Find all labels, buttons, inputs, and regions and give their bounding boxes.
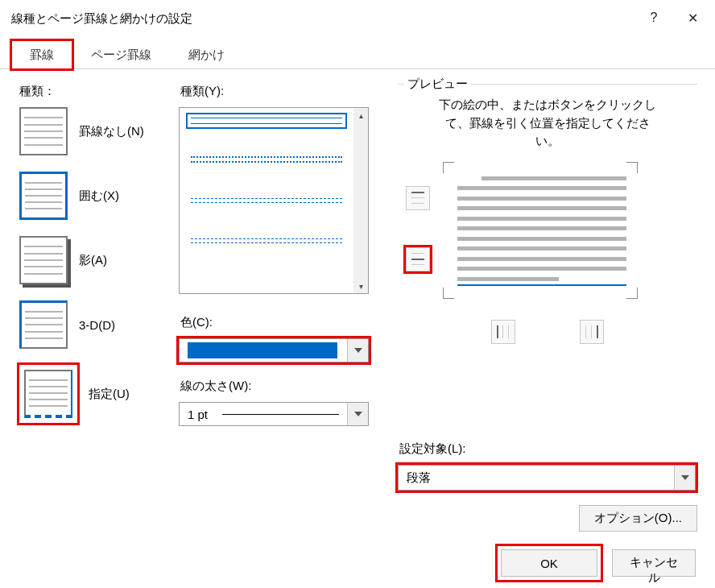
dialog-body: 種類： 罫線なし(N) 囲む(X) 影(A) 3-D(D) bbox=[0, 69, 715, 532]
setting-option-shadow-label: 影(A) bbox=[79, 253, 107, 268]
style-item-solid[interactable] bbox=[186, 113, 347, 129]
setting-column: 種類： 罫線なし(N) 囲む(X) 影(A) 3-D(D) bbox=[18, 84, 166, 524]
color-label: 色(C): bbox=[180, 315, 385, 330]
style-item-dotted[interactable] bbox=[186, 148, 347, 171]
border-top-icon bbox=[411, 191, 425, 205]
style-label: 種類(Y): bbox=[180, 84, 385, 99]
apply-to-row: 設定対象(L): 段落 bbox=[398, 441, 697, 491]
preview-hint: 下の絵の中、またはボタンをクリックし て、罫線を引く位置を指定してくださ い。 bbox=[401, 96, 694, 151]
setting-option-none[interactable]: 罫線なし(N) bbox=[18, 107, 166, 155]
width-combo[interactable]: 1 pt bbox=[179, 402, 369, 426]
setting-icon-custom bbox=[24, 370, 72, 418]
cancel-button-label: キャンセル bbox=[630, 555, 678, 584]
help-button[interactable]: ? bbox=[634, 0, 673, 35]
setting-option-3d[interactable]: 3-D(D) bbox=[18, 300, 166, 349]
color-dropdown-button[interactable] bbox=[347, 339, 368, 362]
setting-icon-shadow bbox=[19, 236, 68, 284]
width-dropdown-button[interactable] bbox=[347, 403, 368, 425]
svg-rect-11 bbox=[597, 325, 598, 338]
tab-borders[interactable]: 罫線 bbox=[11, 40, 72, 69]
svg-rect-5 bbox=[411, 264, 424, 265]
style-scrollbar[interactable]: ▴ ▾ bbox=[353, 108, 368, 293]
setting-option-none-label: 罫線なし(N) bbox=[79, 124, 144, 139]
options-button-label: オプション(O)... bbox=[594, 511, 682, 524]
scroll-down-icon[interactable]: ▾ bbox=[353, 279, 368, 293]
style-item-dashed[interactable] bbox=[186, 190, 347, 211]
border-middle-h-icon bbox=[411, 252, 425, 267]
width-label: 線の太さ(W): bbox=[180, 379, 385, 394]
apply-to-label: 設定対象(L): bbox=[399, 441, 697, 457]
setting-option-box[interactable]: 囲む(X) bbox=[18, 172, 166, 220]
svg-rect-1 bbox=[411, 197, 424, 198]
border-top-button[interactable] bbox=[406, 186, 430, 210]
dialog-title: 線種とページ罫線と網かけの設定 bbox=[11, 11, 192, 27]
close-icon: ✕ bbox=[688, 10, 698, 26]
scroll-up-icon[interactable]: ▴ bbox=[353, 108, 368, 122]
width-preview-line bbox=[222, 414, 339, 415]
border-left-icon bbox=[496, 325, 510, 339]
setting-icon-box bbox=[19, 172, 68, 220]
tab-shading-label: 網かけ bbox=[188, 48, 225, 61]
apply-to-dropdown-button[interactable] bbox=[674, 466, 695, 490]
preview-groupbox: プレビュー 下の絵の中、またはボタンをクリックし て、罫線を引く位置を指定してく… bbox=[398, 84, 697, 430]
style-listbox[interactable]: ▴ ▾ bbox=[179, 107, 369, 294]
setting-option-box-label: 囲む(X) bbox=[79, 188, 119, 204]
svg-rect-10 bbox=[591, 325, 592, 338]
tab-borders-label: 罫線 bbox=[30, 48, 54, 61]
setting-icon-none bbox=[19, 107, 68, 155]
setting-option-shadow[interactable]: 影(A) bbox=[18, 236, 166, 284]
style-column: 種類(Y): ▴ ▾ 色(C): bbox=[179, 84, 385, 524]
chevron-down-icon bbox=[681, 475, 689, 480]
cancel-button[interactable]: キャンセル bbox=[612, 549, 696, 577]
svg-rect-6 bbox=[497, 325, 498, 338]
close-button[interactable]: ✕ bbox=[673, 0, 712, 35]
border-right-button[interactable] bbox=[580, 320, 604, 344]
setting-option-custom[interactable]: 指定(U) bbox=[18, 365, 166, 423]
chevron-down-icon bbox=[354, 348, 362, 353]
chevron-down-icon bbox=[354, 412, 362, 416]
tab-page-border-label: ページ罫線 bbox=[91, 48, 151, 61]
tab-shading[interactable]: 網かけ bbox=[170, 40, 243, 69]
title-bar: 線種とページ罫線と網かけの設定 ? ✕ bbox=[0, 0, 715, 37]
svg-rect-4 bbox=[411, 259, 424, 260]
svg-rect-0 bbox=[411, 192, 424, 193]
preview-canvas[interactable] bbox=[443, 162, 638, 299]
preview-paragraph bbox=[457, 176, 626, 286]
border-left-button[interactable] bbox=[491, 320, 515, 344]
svg-rect-3 bbox=[411, 253, 424, 254]
style-item-long-dash[interactable] bbox=[186, 230, 347, 251]
dialog-footer: OK キャンセル bbox=[0, 538, 715, 588]
tab-page-border[interactable]: ページ罫線 bbox=[72, 40, 170, 69]
svg-rect-2 bbox=[411, 203, 424, 204]
svg-rect-7 bbox=[502, 325, 503, 338]
ok-button[interactable]: OK bbox=[501, 549, 597, 577]
apply-to-value: 段落 bbox=[407, 470, 431, 486]
border-right-icon bbox=[585, 325, 599, 339]
setting-icon-3d bbox=[19, 300, 68, 349]
preview-legend: プレビュー bbox=[404, 77, 471, 92]
color-swatch bbox=[188, 342, 337, 358]
color-combo[interactable] bbox=[179, 338, 369, 362]
setting-label: 種類： bbox=[19, 84, 166, 99]
svg-rect-8 bbox=[508, 325, 509, 338]
apply-to-combo[interactable]: 段落 bbox=[398, 465, 696, 491]
options-button[interactable]: オプション(O)... bbox=[579, 505, 697, 532]
border-middle-h-button[interactable] bbox=[406, 247, 430, 271]
svg-rect-9 bbox=[585, 325, 586, 338]
help-icon: ? bbox=[651, 10, 658, 25]
setting-option-3d-label: 3-D(D) bbox=[79, 318, 115, 332]
preview-column: プレビュー 下の絵の中、またはボタンをクリックし て、罫線を引く位置を指定してく… bbox=[398, 84, 697, 524]
ok-button-label: OK bbox=[540, 557, 558, 570]
tab-strip: 罫線 ページ罫線 網かけ bbox=[0, 37, 715, 69]
setting-option-custom-label: 指定(U) bbox=[89, 387, 130, 402]
width-value: 1 pt bbox=[188, 408, 208, 421]
